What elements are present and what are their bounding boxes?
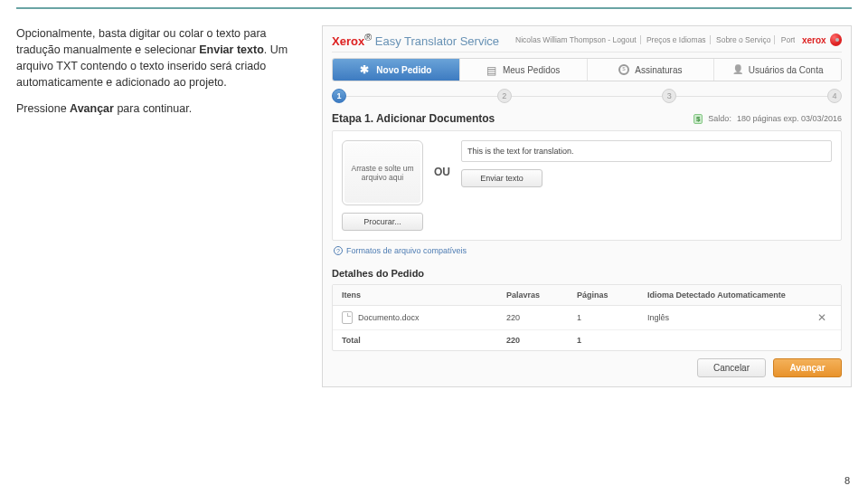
header-links: Nicolas William Thompson - Logout Preços… bbox=[506, 35, 795, 44]
upload-area: Arraste e solte um arquivo aqui Procurar… bbox=[332, 130, 842, 241]
content-row: Opcionalmente, basta digitar ou colar o … bbox=[16, 25, 852, 387]
cell-item: Documento.docx bbox=[342, 311, 506, 324]
app-screenshot: Xerox® Easy Translator Service Nicolas W… bbox=[322, 25, 852, 387]
cell-pages: 1 bbox=[577, 313, 647, 322]
header-link-lang[interactable]: Português bbox=[778, 35, 795, 44]
compatible-formats-link[interactable]: ? Formatos de arquivo compatíveis bbox=[332, 241, 842, 257]
tab-label: Assinaturas bbox=[635, 65, 682, 75]
emphasis: Avançar bbox=[70, 102, 114, 115]
order-table-head: Itens Palavras Páginas Idioma Detectado … bbox=[333, 285, 841, 306]
tab-my-orders[interactable]: Meus Pedidos bbox=[460, 59, 588, 81]
total-label: Total bbox=[342, 336, 506, 345]
item-name: Documento.docx bbox=[358, 313, 420, 322]
coin-icon bbox=[618, 64, 629, 75]
balance-badge-icon: $ bbox=[693, 114, 703, 124]
brand-reg: ® bbox=[364, 32, 372, 43]
balance-prefix: Saldo: bbox=[708, 114, 731, 123]
tab-label: Usuários da Conta bbox=[749, 65, 824, 75]
remove-row-button[interactable]: ✕ bbox=[812, 311, 832, 324]
main-tabs: Novo Pedido Meus Pedidos Assinaturas Usu… bbox=[332, 58, 842, 81]
page-number: 8 bbox=[844, 475, 850, 486]
cancel-button[interactable]: Cancelar bbox=[697, 358, 766, 377]
upload-file-column: Arraste e solte um arquivo aqui Procurar… bbox=[342, 140, 423, 231]
logo-word: xerox bbox=[802, 35, 826, 45]
app-header: Xerox® Easy Translator Service Nicolas W… bbox=[332, 32, 842, 52]
col-items: Itens bbox=[342, 290, 506, 300]
order-table-total: Total 220 1 bbox=[333, 330, 841, 350]
balance-info: $ Saldo: 180 páginas exp. 03/03/2016 bbox=[693, 114, 842, 124]
tab-account-users[interactable]: Usuários da Conta bbox=[714, 59, 841, 81]
step-2: 2 bbox=[497, 89, 512, 103]
col-pages: Páginas bbox=[577, 290, 647, 300]
help-icon: ? bbox=[334, 246, 343, 255]
next-button[interactable]: Avançar bbox=[773, 358, 842, 377]
total-words: 220 bbox=[506, 336, 577, 345]
total-pages: 1 bbox=[577, 336, 647, 345]
doc-icon bbox=[486, 64, 497, 75]
page-divider bbox=[16, 7, 852, 9]
order-table: Itens Palavras Páginas Idioma Detectado … bbox=[332, 284, 842, 351]
step-4: 4 bbox=[827, 89, 842, 103]
header-link-about[interactable]: Sobre o Serviço bbox=[712, 35, 775, 44]
compatible-formats-label: Formatos de arquivo compatíveis bbox=[346, 246, 467, 255]
star-icon bbox=[360, 64, 371, 75]
step-line bbox=[676, 96, 827, 97]
instruction-column: Opcionalmente, basta digitar ou colar o … bbox=[16, 25, 306, 387]
file-dropzone[interactable]: Arraste e solte um arquivo aqui bbox=[342, 140, 423, 205]
brand-subtitle: Easy Translator Service bbox=[372, 34, 499, 48]
document-icon bbox=[342, 311, 353, 324]
step-title: Etapa 1. Adicionar Documentos bbox=[332, 112, 495, 125]
tab-label: Novo Pedido bbox=[376, 65, 431, 75]
brand-title: Xerox® Easy Translator Service bbox=[332, 32, 499, 48]
tab-new-order[interactable]: Novo Pedido bbox=[333, 59, 460, 81]
text: Pressione bbox=[16, 102, 70, 115]
step-title-row: Etapa 1. Adicionar Documentos $ Saldo: 1… bbox=[332, 112, 842, 125]
or-divider: OU bbox=[434, 166, 450, 178]
col-words: Palavras bbox=[506, 290, 577, 300]
cell-words: 220 bbox=[506, 313, 577, 322]
header-link-logout[interactable]: Nicolas William Thompson - Logout bbox=[512, 35, 641, 44]
translation-text-input[interactable]: This is the text for translation. bbox=[461, 140, 832, 162]
tab-subscriptions[interactable]: Assinaturas bbox=[588, 59, 715, 81]
step-line bbox=[512, 96, 663, 97]
footer-buttons: Cancelar Avançar bbox=[332, 358, 842, 377]
instruction-paragraph-1: Opcionalmente, basta digitar ou colar o … bbox=[16, 25, 306, 91]
xerox-logo: xerox bbox=[802, 32, 842, 48]
table-row: Documento.docx 220 1 Inglês ✕ bbox=[333, 306, 841, 330]
emphasis: Enviar texto bbox=[199, 43, 264, 56]
cell-lang: Inglês bbox=[647, 313, 812, 322]
step-line bbox=[346, 96, 497, 97]
upload-text-column: This is the text for translation. Enviar… bbox=[461, 140, 832, 187]
step-1: 1 bbox=[332, 89, 346, 103]
tab-label: Meus Pedidos bbox=[503, 65, 560, 75]
brand-xerox: Xerox bbox=[332, 34, 364, 48]
submit-text-button[interactable]: Enviar texto bbox=[461, 169, 542, 187]
text: para continuar. bbox=[114, 102, 192, 115]
browse-button[interactable]: Procurar... bbox=[342, 213, 423, 231]
order-details-heading: Detalhes do Pedido bbox=[332, 268, 842, 279]
balance-value: 180 páginas exp. 03/03/2016 bbox=[737, 114, 842, 123]
col-detected-lang: Idioma Detectado Automaticamente bbox=[647, 290, 812, 300]
user-icon bbox=[732, 64, 743, 75]
logo-ball-icon bbox=[830, 33, 842, 46]
header-link-prices[interactable]: Preços e Idiomas bbox=[643, 35, 711, 44]
step-indicator: 1 2 3 4 bbox=[332, 89, 842, 103]
instruction-paragraph-2: Pressione Avançar para continuar. bbox=[16, 100, 306, 117]
step-3: 3 bbox=[662, 89, 676, 103]
